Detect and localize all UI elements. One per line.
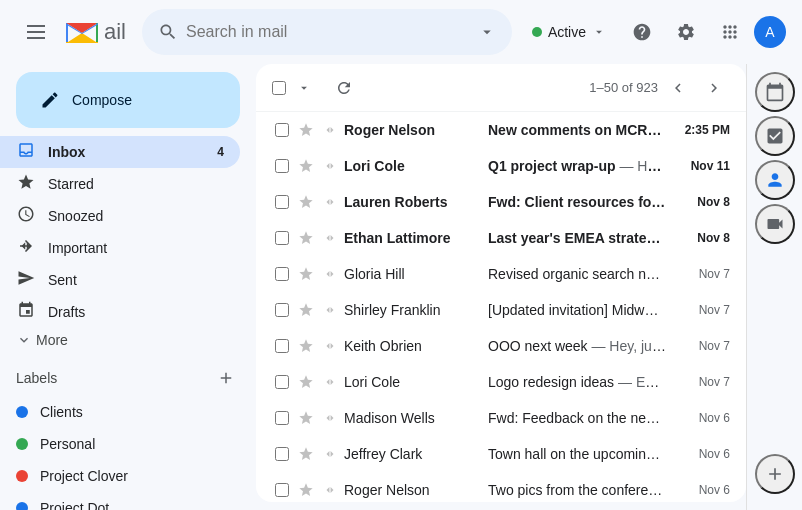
nav-item-drafts[interactable]: Drafts [0, 296, 240, 328]
star-button-1[interactable] [296, 158, 316, 174]
email-checkbox-10[interactable] [275, 483, 289, 497]
nav-item-inbox[interactable]: Inbox 4 [0, 136, 240, 168]
email-checkbox-area [272, 339, 292, 353]
email-row[interactable]: Shirley Franklin [Updated invitation] Mi… [256, 292, 746, 328]
important-button-5[interactable] [320, 303, 340, 317]
important-button-8[interactable] [320, 411, 340, 425]
email-checkbox-area [272, 195, 292, 209]
star-button-3[interactable] [296, 230, 316, 246]
label-name-project-dot: Project Dot [40, 500, 109, 510]
star-button-4[interactable] [296, 266, 316, 282]
email-checkbox-1[interactable] [275, 159, 289, 173]
search-input[interactable] [186, 23, 470, 41]
email-checkbox-7[interactable] [275, 375, 289, 389]
email-subject-1: Q1 project wrap-up [488, 158, 616, 174]
important-button-4[interactable] [320, 267, 340, 281]
email-row[interactable]: Roger Nelson New comments on MCR2022 dra… [256, 112, 746, 148]
important-button-1[interactable] [320, 159, 340, 173]
prev-page-button[interactable] [662, 72, 694, 104]
active-status-button[interactable]: Active [520, 20, 618, 44]
nav-label-starred: Starred [48, 176, 224, 192]
add-plugin-button[interactable] [755, 454, 795, 494]
email-subject-9: Town hall on the upcoming merger [488, 446, 666, 462]
nav-item-starred[interactable]: Starred [0, 168, 240, 200]
email-checkbox-9[interactable] [275, 447, 289, 461]
email-date-0: 2:35 PM [670, 123, 730, 137]
nav-item-important[interactable]: Important [0, 232, 240, 264]
contacts-icon-button[interactable] [755, 160, 795, 200]
important-button-6[interactable] [320, 339, 340, 353]
email-checkbox-5[interactable] [275, 303, 289, 317]
star-button-7[interactable] [296, 374, 316, 390]
topbar: ail Active A [0, 0, 802, 64]
email-checkbox-area [272, 447, 292, 461]
email-subject-10: Two pics from the conference [488, 482, 666, 498]
important-button-2[interactable] [320, 195, 340, 209]
nav-item-snoozed[interactable]: Snoozed [0, 200, 240, 232]
tasks-icon-button[interactable] [755, 116, 795, 156]
apps-button[interactable] [710, 12, 750, 52]
avatar[interactable]: A [754, 16, 786, 48]
email-checkbox-8[interactable] [275, 411, 289, 425]
select-all-checkbox[interactable] [272, 81, 286, 95]
email-checkbox-6[interactable] [275, 339, 289, 353]
email-row[interactable]: Lori Cole Logo redesign ideas — Excellen… [256, 364, 746, 400]
gmail-logo-text: ail [104, 19, 126, 45]
label-item-project-dot[interactable]: Project Dot [0, 492, 240, 510]
email-checkbox-3[interactable] [275, 231, 289, 245]
help-button[interactable] [622, 12, 662, 52]
email-checkbox-4[interactable] [275, 267, 289, 281]
important-button-3[interactable] [320, 231, 340, 245]
email-row[interactable]: Roger Nelson Two pics from the conferenc… [256, 472, 746, 502]
email-snippet-6: — Hey, just wanted to give you a heads-u… [588, 338, 666, 354]
star-button-2[interactable] [296, 194, 316, 210]
label-item-clients[interactable]: Clients [0, 396, 240, 428]
next-page-button[interactable] [698, 72, 730, 104]
star-button-10[interactable] [296, 482, 316, 498]
email-subject-0: New comments on MCR2022 draft presentati… [488, 122, 666, 138]
important-button-0[interactable] [320, 123, 340, 137]
add-label-button[interactable] [212, 364, 240, 392]
email-subject-3: Last year's EMEA strategy deck [488, 230, 666, 246]
email-checkbox-area [272, 303, 292, 317]
email-row[interactable]: Lauren Roberts Fwd: Client resources for… [256, 184, 746, 220]
refresh-button[interactable] [328, 72, 360, 104]
email-checkbox-2[interactable] [275, 195, 289, 209]
important-button-7[interactable] [320, 375, 340, 389]
label-item-personal[interactable]: Personal [0, 428, 240, 460]
nav-count-inbox: 4 [217, 145, 224, 159]
email-row[interactable]: Keith Obrien OOO next week — Hey, just w… [256, 328, 746, 364]
hamburger-button[interactable] [16, 12, 56, 52]
email-row[interactable]: Lori Cole Q1 project wrap-up — Here's a … [256, 148, 746, 184]
calendar-icon-button[interactable] [755, 72, 795, 112]
email-subject-line-1: Q1 project wrap-up — Here's a list of al… [488, 158, 666, 174]
nav-more-button[interactable]: More [0, 328, 256, 352]
meet-icon-button[interactable] [755, 204, 795, 244]
email-checkbox-0[interactable] [275, 123, 289, 137]
email-date-5: Nov 7 [670, 303, 730, 317]
compose-button[interactable]: Compose [16, 72, 240, 128]
important-button-9[interactable] [320, 447, 340, 461]
email-row[interactable]: Jeffrey Clark Town hall on the upcoming … [256, 436, 746, 472]
search-dropdown-icon[interactable] [478, 23, 496, 41]
email-row[interactable]: Madison Wells Fwd: Feedback on the new s… [256, 400, 746, 436]
search-bar[interactable] [142, 9, 512, 55]
right-sidebar [746, 64, 802, 510]
email-checkbox-area [272, 483, 292, 497]
select-dropdown-button[interactable] [288, 72, 320, 104]
email-row[interactable]: Ethan Lattimore Last year's EMEA strateg… [256, 220, 746, 256]
nav-item-sent[interactable]: Sent [0, 264, 240, 296]
email-row[interactable]: Gloria Hill Revised organic search numbe… [256, 256, 746, 292]
star-button-6[interactable] [296, 338, 316, 354]
star-button-9[interactable] [296, 446, 316, 462]
star-button-5[interactable] [296, 302, 316, 318]
labels-header: Labels [0, 360, 256, 396]
star-button-8[interactable] [296, 410, 316, 426]
settings-button[interactable] [666, 12, 706, 52]
important-button-10[interactable] [320, 483, 340, 497]
topbar-right: Active A [520, 12, 786, 52]
email-checkbox-area [272, 267, 292, 281]
email-subject-line-5: [Updated invitation] Midwest retail sale… [488, 302, 666, 318]
label-item-project-clover[interactable]: Project Clover [0, 460, 240, 492]
star-button-0[interactable] [296, 122, 316, 138]
